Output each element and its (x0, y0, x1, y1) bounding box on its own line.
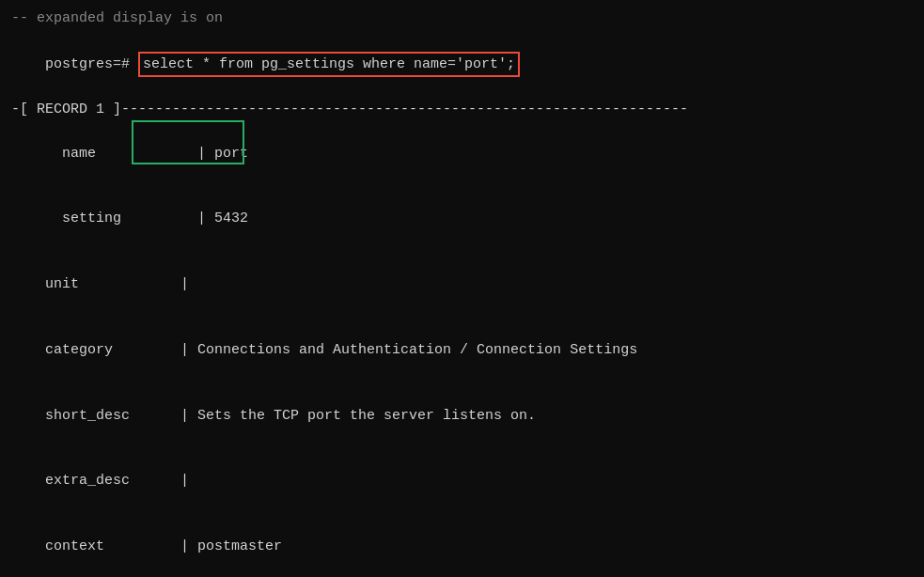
field-label-unit: unit (45, 273, 180, 295)
field-value-category: Connections and Authentication / Connect… (197, 342, 637, 358)
field-row-name: name | port (11, 120, 248, 186)
prompt-1: postgres=# (45, 56, 138, 72)
field-value-setting: 5432 (214, 211, 248, 226)
field-label-extra-desc: extra_desc (45, 470, 180, 491)
field-label-name: name (62, 143, 197, 164)
field-value-short-desc: Sets the TCP port the server listens on. (197, 408, 536, 424)
field-row-category: category | Connections and Authenticatio… (11, 318, 913, 383)
query-box[interactable]: select * from pg_settings where name='po… (138, 52, 520, 77)
field-row-extra-desc: extra_desc | (11, 448, 913, 514)
field-value-context: postmaster (197, 538, 282, 554)
field-value-name: port (214, 146, 248, 162)
field-label-context: context (45, 536, 180, 557)
field-row-short-desc: short_desc | Sets the TCP port the serve… (11, 382, 913, 448)
terminal-window: -- expanded display is on postgres=# sel… (0, 0, 924, 577)
record-separator: -[ RECORD 1 ]---------------------------… (11, 99, 913, 120)
field-label-setting: setting (62, 208, 197, 229)
name-setting-group: name | port setting | 5432 (11, 120, 248, 252)
query-line: postgres=# select * from pg_settings whe… (11, 29, 913, 99)
field-row-unit: unit | (11, 252, 913, 318)
field-row-setting: setting | 5432 (11, 186, 248, 252)
field-label-short-desc: short_desc (45, 405, 180, 427)
field-row-context: context | postmaster (11, 514, 913, 577)
field-label-category: category (45, 339, 180, 361)
truncated-line: -- expanded display is on (11, 8, 913, 29)
